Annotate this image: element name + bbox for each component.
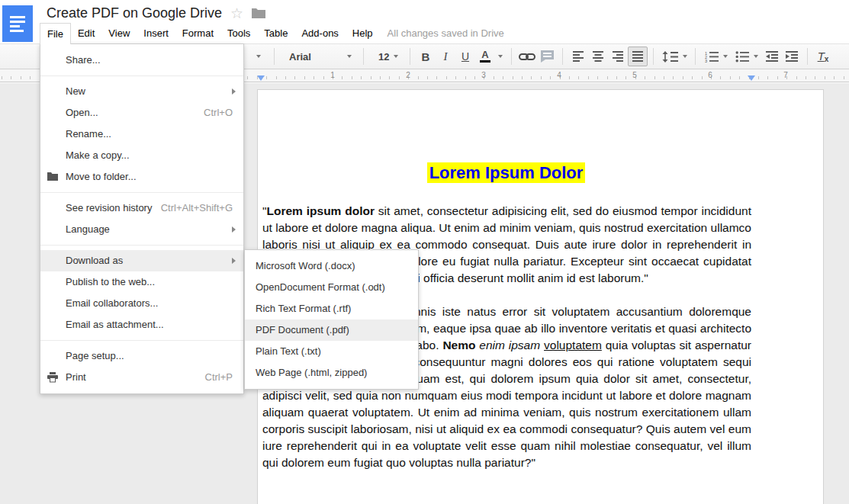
toolbar-separator	[695, 48, 696, 65]
submenu-item-odt[interactable]: OpenDocument Format (.odt)	[245, 277, 418, 298]
chevron-down-icon	[498, 55, 503, 58]
menu-item-download-as[interactable]: Download as	[40, 250, 243, 271]
toolbar-separator	[511, 48, 512, 65]
text-color-caret[interactable]	[495, 47, 506, 66]
submenu-item-pdf[interactable]: PDF Document (.pdf)	[245, 319, 418, 341]
bold-button[interactable]: B	[416, 47, 436, 66]
align-center-icon	[592, 51, 604, 62]
menu-item-email-collaborators[interactable]: Email collaborators...	[40, 293, 243, 314]
font-family-select[interactable]: Arial	[280, 47, 358, 66]
menu-item-language[interactable]: Language	[40, 219, 243, 240]
svg-text:3: 3	[705, 58, 707, 62]
menu-item-new[interactable]: New	[40, 81, 243, 102]
menu-item-open[interactable]: Open...Ctrl+O	[40, 102, 243, 124]
font-size-value: 12	[378, 51, 389, 63]
align-left-button[interactable]	[568, 47, 588, 66]
menu-item-move-to-folder[interactable]: Move to folder...	[40, 166, 243, 188]
toolbar-separator	[562, 48, 563, 65]
ruler-number: 3	[481, 71, 486, 79]
clear-formatting-button[interactable]: Tx	[813, 47, 833, 66]
save-status: All changes saved in Drive	[380, 23, 504, 43]
toolbar-separator	[410, 48, 410, 65]
menu-divider	[40, 340, 243, 341]
menu-item-make-a-copy[interactable]: Make a copy...	[40, 145, 243, 166]
menu-format[interactable]: Format	[175, 23, 220, 43]
underline-button[interactable]: U	[455, 47, 475, 66]
styles-dropdown-caret[interactable]	[249, 47, 269, 66]
toolbar-separator	[363, 48, 364, 65]
menu-tools[interactable]: Tools	[220, 23, 257, 43]
menu-item-publish-to-the-web[interactable]: Publish to the web...	[40, 271, 243, 293]
insert-comment-button[interactable]	[537, 47, 557, 66]
menu-divider	[40, 192, 243, 193]
bulleted-list-icon	[735, 51, 750, 63]
line-spacing-button[interactable]	[659, 47, 690, 66]
font-family-value: Arial	[289, 51, 311, 63]
increase-indent-icon	[786, 51, 798, 62]
menu-file[interactable]: File	[40, 23, 71, 44]
highlighted-heading-text: Lorem Ipsum Dolor	[427, 162, 586, 183]
right-indent-marker[interactable]	[748, 75, 755, 81]
menu-item-see-revision-history[interactable]: See revision historyCtrl+Alt+Shift+G	[40, 197, 243, 219]
align-right-button[interactable]	[608, 47, 628, 66]
docs-logo[interactable]	[2, 5, 33, 42]
align-justify-icon	[632, 51, 644, 62]
menu-table[interactable]: Table	[257, 23, 294, 43]
menu-view[interactable]: View	[101, 23, 137, 43]
align-justify-button[interactable]	[628, 47, 648, 66]
chevron-down-icon	[683, 55, 687, 58]
logo-line	[10, 25, 20, 27]
menu-item-rename[interactable]: Rename...	[40, 124, 243, 145]
menu-item-print[interactable]: PrintCtrl+P	[40, 367, 243, 388]
numbered-list-button[interactable]: 123	[701, 47, 732, 66]
menu-item-page-setup[interactable]: Page setup...	[40, 345, 243, 367]
submenu-item-txt[interactable]: Plain Text (.txt)	[245, 341, 418, 362]
font-size-select[interactable]: 12	[369, 47, 404, 66]
chevron-down-icon	[394, 55, 398, 58]
increase-indent-button[interactable]	[782, 47, 802, 66]
download-as-submenu: Microsoft Word (.docx) OpenDocument Form…	[244, 249, 419, 390]
logo-line	[10, 16, 25, 18]
submenu-item-docx[interactable]: Microsoft Word (.docx)	[245, 255, 418, 277]
clear-formatting-icon: Tx	[818, 50, 829, 63]
decrease-indent-button[interactable]	[762, 47, 782, 66]
menu-addons[interactable]: Add-ons	[294, 23, 345, 43]
chevron-down-icon	[347, 55, 352, 58]
ruler-number: 5	[632, 71, 637, 79]
link-icon	[519, 52, 535, 62]
italic-button[interactable]: I	[436, 47, 455, 66]
ruler-number: 4	[557, 71, 561, 79]
menu-item-email-as-attachment[interactable]: Email as attachment...	[40, 314, 243, 335]
left-indent-marker[interactable]	[257, 75, 265, 81]
menu-edit[interactable]: Edit	[71, 23, 101, 43]
line-spacing-icon	[662, 51, 679, 63]
folder-icon	[47, 172, 58, 181]
submenu-item-rtf[interactable]: Rich Text Format (.rtf)	[245, 298, 418, 319]
text-color-button[interactable]: A	[475, 47, 495, 66]
file-menu: Share... New Open...Ctrl+O Rename... Mak…	[40, 43, 244, 394]
ruler-number: 7	[783, 71, 788, 79]
menu-help[interactable]: Help	[346, 23, 380, 43]
menubar: File Edit View Insert Format Tools Table…	[40, 23, 504, 43]
ruler-number: 1	[330, 71, 335, 79]
toolbar-separator	[807, 48, 808, 65]
toolbar-separator	[653, 48, 654, 65]
header: Create PDF on Google Drive ☆ File Edit V…	[0, 0, 849, 43]
align-center-button[interactable]	[588, 47, 608, 66]
align-right-icon	[612, 51, 624, 62]
text-color-icon: A	[480, 50, 490, 63]
menu-insert[interactable]: Insert	[137, 23, 175, 43]
star-icon[interactable]: ☆	[230, 5, 243, 22]
logo-line	[10, 21, 25, 23]
insert-link-button[interactable]	[517, 47, 537, 66]
document-title[interactable]: Create PDF on Google Drive	[47, 5, 222, 21]
menu-item-share[interactable]: Share...	[40, 50, 243, 71]
submenu-arrow-icon	[232, 258, 236, 264]
logo-line	[10, 30, 24, 32]
chevron-down-icon	[754, 55, 758, 58]
menu-divider	[40, 245, 243, 246]
toolbar-separator	[274, 48, 275, 65]
submenu-item-html-zipped[interactable]: Web Page (.html, zipped)	[245, 362, 418, 384]
move-to-folder-icon[interactable]	[252, 8, 265, 21]
bulleted-list-button[interactable]	[732, 47, 762, 66]
